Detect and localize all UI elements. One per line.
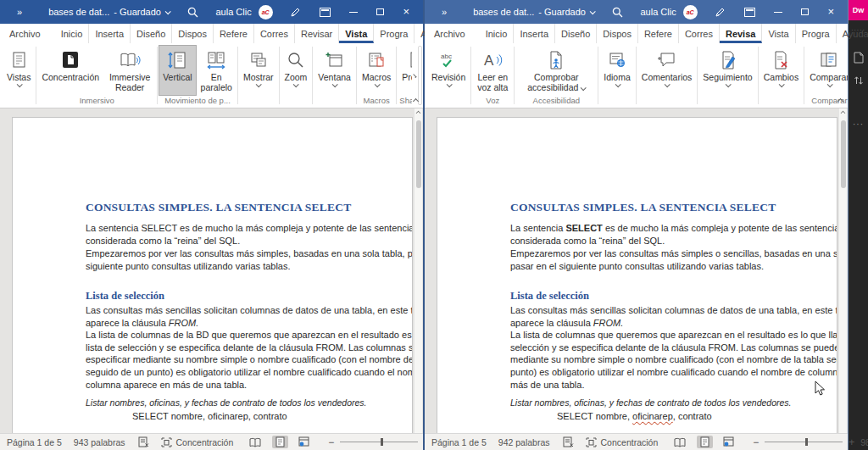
zoom-level[interactable]: 98 %	[860, 437, 868, 447]
tab-programador[interactable]: Progra	[374, 24, 415, 43]
tab-disposicion[interactable]: Dispos	[172, 24, 214, 43]
proofing-error-icon[interactable]	[562, 436, 574, 447]
revision-button[interactable]: abc Revisión	[427, 45, 470, 108]
tab-inicio[interactable]: Inicio	[55, 24, 90, 43]
more-options-icon[interactable]: ···	[853, 119, 864, 129]
document-title[interactable]: bases de dat... - Guardado	[473, 7, 594, 17]
tab-referencias[interactable]: Refere	[214, 24, 254, 43]
zoom-slider-handle[interactable]	[805, 438, 808, 446]
misspelled-word[interactable]: oficinarep	[632, 411, 673, 421]
zoom-slider[interactable]	[765, 442, 843, 442]
tab-disposicion[interactable]: Dispos	[597, 24, 638, 43]
ribbon-display-options-icon[interactable]	[320, 8, 331, 17]
account-info[interactable]: aula Clic aC	[640, 5, 697, 19]
minimize-button[interactable]	[349, 12, 358, 13]
immersive-reader-button[interactable]: Immersive Reader	[103, 45, 156, 96]
concentracion-button[interactable]: Concentración	[37, 45, 103, 96]
document-title[interactable]: bases de dat... - Guardado	[48, 7, 170, 17]
comparar-button[interactable]: Comparar	[805, 45, 848, 96]
word-count[interactable]: 942 palabras	[498, 437, 550, 447]
sort-icon[interactable]	[854, 75, 864, 86]
quick-access-overflow-icon[interactable]: »	[17, 7, 23, 17]
zoom-button[interactable]: Zoom	[281, 45, 312, 108]
zoom-slider-handle[interactable]	[381, 438, 383, 446]
mostrar-button[interactable]: Mostrar	[239, 45, 278, 108]
focus-mode-button[interactable]: Concentración	[586, 437, 659, 447]
web-layout-button[interactable]	[720, 436, 737, 448]
ventana-button[interactable]: Ventana	[314, 45, 355, 108]
zoom-out-button[interactable]: −	[753, 436, 759, 448]
new-file-icon[interactable]	[854, 52, 864, 64]
scrollbar-thumb[interactable]	[416, 120, 421, 188]
tab-vista[interactable]: Vista	[339, 24, 374, 43]
scroll-up-icon[interactable]	[841, 111, 846, 116]
tab-revisar[interactable]: Revisa	[720, 24, 762, 43]
tab-archivo[interactable]: Archivo	[428, 24, 471, 43]
document-page[interactable]: CONSULTAS SIMPLES. LA SENTENCIA SELECT L…	[12, 117, 413, 433]
tab-correspondencia[interactable]: Corres	[254, 24, 295, 43]
zoom-out-button[interactable]: −	[328, 436, 334, 448]
tab-archivo[interactable]: Archivo	[3, 24, 47, 43]
account-info[interactable]: aula Clic aC	[215, 5, 272, 19]
page-indicator[interactable]: Página 1 de 5	[7, 437, 62, 447]
tab-vista[interactable]: Vista	[762, 24, 795, 43]
tab-ayuda[interactable]: Ayuda	[837, 24, 868, 43]
tab-diseno[interactable]: Diseño	[555, 24, 597, 43]
read-mode-button[interactable]	[670, 436, 690, 448]
doc-line: aparece la cláusula FROM.	[510, 317, 837, 330]
search-icon[interactable]	[187, 7, 198, 18]
group-voz: A Leer en voz alta Voz	[471, 43, 514, 108]
cambios-button[interactable]: Cambios	[760, 45, 803, 108]
tab-insertar[interactable]: Inserta	[514, 24, 555, 43]
status-bar: Página 1 de 5 942 palabras Concentración…	[425, 433, 848, 450]
focus-mode-button[interactable]: Concentración	[161, 437, 234, 447]
pencil-icon[interactable]	[715, 7, 726, 18]
minimize-button[interactable]	[774, 12, 782, 13]
focus-icon	[60, 48, 81, 71]
print-layout-button[interactable]	[697, 436, 713, 448]
aulaclic-logo: aC	[259, 5, 273, 19]
macros-button[interactable]: Macros	[358, 45, 395, 96]
leer-en-voz-alta-button[interactable]: A Leer en voz alta	[472, 45, 513, 96]
tab-correspondencia[interactable]: Corres	[679, 24, 720, 43]
print-layout-button[interactable]	[272, 436, 288, 448]
zoom-in-button[interactable]: +	[849, 436, 854, 448]
proofing-error-icon[interactable]	[137, 436, 149, 447]
vertical-scrollbar[interactable]	[838, 108, 847, 433]
comentarios-button[interactable]: Comentarios	[637, 45, 697, 108]
comprobar-accesibilidad-button[interactable]: Comprobar accesibilidad	[515, 45, 597, 96]
tab-referencias[interactable]: Refere	[638, 24, 679, 43]
maximize-button[interactable]	[801, 8, 809, 15]
ribbon-display-options-icon[interactable]	[744, 8, 755, 17]
word-count[interactable]: 943 palabras	[74, 437, 125, 447]
web-layout-button[interactable]	[295, 436, 313, 448]
tab-revisar[interactable]: Revisar	[295, 24, 339, 43]
scroll-up-icon[interactable]	[416, 111, 421, 116]
search-icon[interactable]	[612, 7, 623, 18]
close-button[interactable]: ×	[827, 8, 834, 16]
tab-diseno[interactable]: Diseño	[131, 24, 172, 43]
zoom-slider[interactable]	[340, 442, 418, 442]
document-page[interactable]: CONSULTAS SIMPLES. LA SENTENCIA SELECT L…	[437, 117, 837, 433]
vistas-button[interactable]: Vistas	[3, 45, 35, 96]
group-sharepoint: Propied SharePoint	[397, 43, 411, 108]
tab-insertar[interactable]: Inserta	[89, 24, 131, 43]
maximize-button[interactable]	[376, 8, 384, 15]
vertical-scrollbar[interactable]	[414, 108, 422, 433]
en-paralelo-button[interactable]: En paralelo	[197, 45, 236, 96]
read-mode-button[interactable]	[245, 436, 265, 448]
ribbon-scroll-right-icon[interactable]	[412, 73, 416, 77]
quick-access-overflow-icon[interactable]: »	[442, 7, 448, 17]
ribbon-scroll-strip[interactable]	[418, 46, 422, 105]
page-indicator[interactable]: Página 1 de 5	[431, 437, 487, 447]
pencil-icon[interactable]	[290, 7, 301, 18]
tab-programador[interactable]: Progra	[796, 24, 837, 43]
tab-inicio[interactable]: Inicio	[480, 24, 515, 43]
vertical-button[interactable]: Vertical	[159, 45, 196, 96]
scrollbar-thumb[interactable]	[841, 120, 846, 188]
dreamweaver-taskbar-icon[interactable]: Dw	[849, 0, 868, 20]
idioma-button[interactable]: Idioma	[599, 45, 635, 108]
propiedades-button[interactable]: Propied	[398, 45, 411, 96]
seguimiento-button[interactable]: Seguimiento	[698, 45, 756, 108]
close-button[interactable]: ×	[403, 8, 409, 16]
